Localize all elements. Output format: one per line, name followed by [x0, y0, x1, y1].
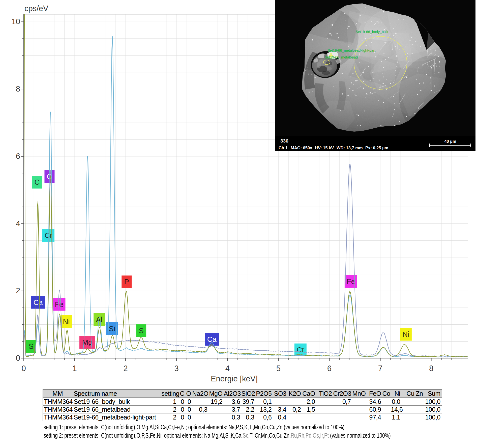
- cell-o: 0: [186, 406, 192, 413]
- sem-scale-value: 40 µm: [444, 139, 456, 144]
- cell-mgo: 19,2: [209, 398, 224, 406]
- spectrum-curve-Set19-66_metalbead-light-part: [24, 164, 468, 357]
- cell-o: 0: [186, 413, 192, 421]
- col-header-c: C: [180, 389, 186, 398]
- cell-mno: [352, 413, 367, 421]
- x-axis-title: Energie [keV]: [211, 374, 258, 383]
- cell-mgo: [209, 406, 224, 413]
- x-tick-label: 5: [276, 364, 281, 373]
- cell-mno: [352, 398, 367, 406]
- cell-al2o3: 0,3: [224, 413, 242, 421]
- element-label-c: C: [32, 176, 42, 188]
- footnote-muted-elements: Sc: [243, 432, 248, 439]
- col-header-k2o: K2O: [288, 389, 302, 398]
- cell-cr2o3: 0,7: [333, 398, 352, 406]
- cell-k2o: 0,2: [288, 406, 302, 413]
- col-header-mgo: MgO: [209, 389, 224, 398]
- footnote-text: setting 2: preset elements: C(not unfold…: [44, 432, 243, 439]
- element-label-text: S: [139, 327, 143, 335]
- element-label-text: Ni: [402, 330, 409, 338]
- element-label-p: P: [122, 275, 132, 288]
- element-label-text: Ca: [33, 298, 43, 306]
- cell-cu: [402, 413, 416, 421]
- element-label-text: Si: [109, 325, 115, 333]
- element-label-ni: Ni: [400, 328, 412, 341]
- y-tick-label: 8: [16, 85, 20, 93]
- y-tick-label: 6: [16, 152, 20, 161]
- element-label-text: Ca: [207, 335, 217, 343]
- col-header-cao: CaO: [302, 389, 316, 398]
- x-tick-label: 7: [378, 364, 382, 373]
- sem-mag: MAG: 650x: [291, 146, 312, 150]
- footnote-text: (values normalized to 100%): [329, 432, 391, 439]
- col-header-o: O: [186, 389, 192, 398]
- col-header-cu: Cu: [402, 389, 416, 398]
- cell-cr2o3: [333, 406, 352, 413]
- col-header-sio2: SiO2: [242, 389, 256, 398]
- element-label-ca: Ca: [205, 333, 219, 346]
- cell-so3: [273, 398, 288, 406]
- cell-c: 0: [180, 413, 186, 421]
- cell-so3: 0,4: [273, 413, 288, 421]
- cell-cao: 1,5: [302, 406, 316, 413]
- y-tick-label: 0: [16, 354, 20, 362]
- element-label-ni: Ni: [61, 315, 72, 328]
- cell-setting: 2: [162, 406, 180, 413]
- cell-al2o3: 3,7: [224, 406, 242, 413]
- x-tick-label: 0: [21, 364, 26, 373]
- sem-channel: Ch 1: [279, 146, 288, 150]
- col-header-p2o5: P2O5: [256, 389, 273, 398]
- col-header-ni: Ni: [391, 389, 402, 398]
- table-header-row: MMSpectrum namesettingCONa2OMgOAl2O3SiO2…: [43, 389, 442, 398]
- cell-zn: [416, 398, 424, 406]
- footnote-setting-1: setting 1: preset elements: C(not unfold…: [44, 423, 344, 431]
- cell-mm: THMM364: [43, 413, 73, 421]
- cell-sio2: 2,2: [242, 406, 256, 413]
- cell-co: [382, 413, 391, 421]
- col-header-so3: SO3: [273, 389, 288, 398]
- col-header-mno: MnO: [352, 389, 367, 398]
- element-label-text: Cr: [297, 346, 305, 354]
- sem-px: Px: 0,25 µm: [365, 146, 388, 150]
- cell-cao: [302, 413, 316, 421]
- col-header-co: Co: [382, 389, 391, 398]
- sem-wd: WD: 13,7 mm: [337, 146, 363, 150]
- col-header-al2o3: Al2O3: [224, 389, 242, 398]
- element-label-cr: Cr: [294, 344, 307, 356]
- y-tick-label: 2: [16, 286, 20, 295]
- col-header-spectrum-name: Spectrum name: [73, 389, 162, 398]
- footnote-muted-elements: Ru,Rh,Pd,Os,Ir,Pt: [291, 432, 329, 439]
- col-header-na2o: Na2O: [192, 389, 209, 398]
- cell-tio2: [316, 398, 333, 406]
- x-tick-label: 4: [225, 364, 230, 373]
- footnote-setting-2: setting 2: preset elements: C(not unfold…: [44, 432, 391, 439]
- cell-setting: 2: [162, 413, 180, 421]
- col-header-cr2o3: Cr2O3: [333, 389, 352, 398]
- cell-mm: THMM364: [43, 406, 73, 413]
- cell-sum: 100,0: [424, 398, 442, 406]
- cell-ni: 0,0: [391, 398, 402, 406]
- sem-hv: HV: 15 kV: [315, 146, 334, 150]
- sem-info-bar: 336 Ch 1 MAG: 650x HV: 15 kV WD: 13,7 mm…: [275, 136, 475, 151]
- element-label-s: S: [136, 324, 146, 337]
- element-label-text: Fe: [347, 277, 355, 286]
- cell-p2o5: 13,2: [256, 406, 273, 413]
- col-header-tio2: TiO2: [316, 389, 333, 398]
- cell-tio2: [316, 406, 333, 413]
- col-header-setting: setting: [162, 389, 180, 398]
- element-label-text: C: [34, 178, 40, 186]
- cell-sum: 100,0: [424, 413, 442, 421]
- cell-k2o: [288, 398, 302, 406]
- col-header-zn: Zn: [416, 389, 424, 398]
- sem-image-number: 336: [280, 138, 288, 144]
- cell-al2o3: 3,6: [224, 398, 242, 406]
- cell-na2o: 0,3: [192, 406, 209, 413]
- element-label-text: Fe: [55, 300, 64, 309]
- sem-label-body-bulk: Set19-66_body_bulk: [355, 30, 388, 34]
- y-tick-label: 10: [12, 17, 20, 26]
- cell-cao: 2,0: [302, 398, 316, 406]
- cell-feo: 97,4: [367, 413, 382, 421]
- x-tick-label: 2: [124, 364, 128, 373]
- cell-sio2: 39,7: [242, 398, 256, 406]
- cell-na2o: [192, 413, 209, 421]
